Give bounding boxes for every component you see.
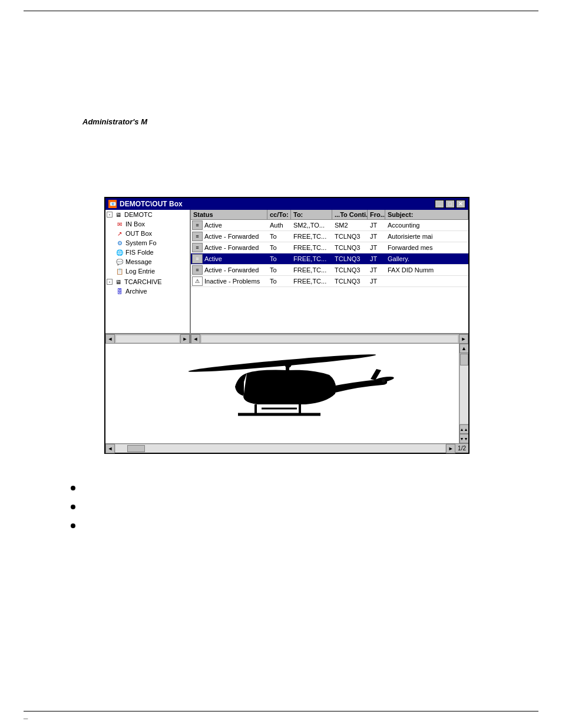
to-cell: FREE,TC... xyxy=(291,232,332,241)
ccto-cell: To xyxy=(267,255,291,263)
table-row[interactable]: ≡ Active - Forwarded To FREE,TC... TCLNQ… xyxy=(191,265,468,276)
status-cell: ≡ Active - Forwarded xyxy=(191,242,267,253)
window-title: DEMOTC\OUT Box xyxy=(120,200,183,208)
header-subject: Subject: xyxy=(385,210,468,219)
table-row[interactable]: ≡ Active - Forwarded To FREE,TC... TCLNQ… xyxy=(191,231,468,242)
sidebar-item-fis[interactable]: 🌐 FIS Folde xyxy=(105,248,190,257)
sidebar-item-demotc[interactable]: - 🖥 DEMOTC xyxy=(105,210,190,219)
fis-icon: 🌐 xyxy=(115,248,124,256)
window-icon: 📧 xyxy=(108,200,117,208)
sidebar-scroll-track xyxy=(116,335,179,342)
system-icon: ⚙ xyxy=(115,239,124,247)
status-text: Active - Forwarded xyxy=(204,266,259,274)
main-window: 📧 DEMOTC\OUT Box _ □ ✕ - 🖥 DEMOTC ✉ xyxy=(104,197,470,454)
expand-tcarchive[interactable]: - xyxy=(107,279,113,285)
preview-scrollbar: ▲ ▲▲ ▼▼ xyxy=(459,344,468,443)
subject-cell: FAX DID Numm xyxy=(385,266,468,274)
main-scroll-track xyxy=(201,335,458,342)
from-cell: JT xyxy=(368,232,385,241)
page-indicator: 1/2 xyxy=(455,445,468,452)
main-hscroll: ◄ ► xyxy=(191,334,468,343)
ccto-cell: Auth xyxy=(267,221,291,229)
scroll-up-button[interactable]: ▲ xyxy=(459,344,469,353)
subject-cell: Gallery. xyxy=(385,255,468,263)
top-rule xyxy=(24,11,538,11)
to-cell: SM2,,TO... xyxy=(291,221,332,229)
message-list: ≡ Active Auth SM2,,TO... SM2 JT Accounti… xyxy=(191,220,468,333)
status-cell: ≡ Active - Forwarded xyxy=(191,265,267,275)
msg-status-icon: ≡ xyxy=(192,220,203,230)
from-cell: JT xyxy=(368,277,385,285)
title-left: 📧 DEMOTC\OUT Box xyxy=(108,200,183,208)
bullet-icon xyxy=(71,486,75,490)
preview-pane: ▲ ▲▲ ▼▼ xyxy=(105,343,468,443)
bullet-list xyxy=(71,483,562,528)
scroll-track xyxy=(460,354,468,424)
sidebar-scroll-right[interactable]: ► xyxy=(180,334,190,344)
header-tocont: ...To Conti... xyxy=(332,210,368,219)
minimize-button[interactable]: _ xyxy=(435,200,444,208)
status-text: Active xyxy=(204,255,222,262)
table-row[interactable]: ⚠ Inactive - Problems To FREE,TC... TCLN… xyxy=(191,276,468,287)
bottom-scrollbar: ◄ ► 1/2 xyxy=(105,443,468,453)
bullet-icon xyxy=(71,505,75,509)
msg-status-icon: ≡ xyxy=(192,265,203,275)
list-item xyxy=(71,521,562,528)
table-row[interactable]: ≡ Active To FREE,TC... TCLNQ3 JT Gallery… xyxy=(191,253,468,265)
table-row[interactable]: ≡ Active Auth SM2,,TO... SM2 JT Accounti… xyxy=(191,220,468,231)
to-cell: FREE,TC... xyxy=(291,277,332,285)
sidebar: - 🖥 DEMOTC ✉ IN Box ↗ OUT Box ⚙ System F… xyxy=(105,210,191,333)
helicopter-image xyxy=(170,353,394,435)
hscroll-left[interactable]: ◄ xyxy=(105,444,115,453)
message-pane: Status cc/To: To: ...To Conti... Fro... … xyxy=(191,210,468,333)
main-scroll-left[interactable]: ◄ xyxy=(191,334,200,344)
maximize-button[interactable]: □ xyxy=(445,200,455,208)
tocont-cell: TCLNQ3 xyxy=(332,266,368,274)
svg-point-4 xyxy=(382,379,385,383)
sidebar-item-system[interactable]: ⚙ System Fo xyxy=(105,238,190,248)
main-scroll-right[interactable]: ► xyxy=(459,334,468,344)
sidebar-scroll-left[interactable]: ◄ xyxy=(105,334,115,344)
ccto-cell: To xyxy=(267,243,291,252)
fis-label: FIS Folde xyxy=(125,249,154,256)
tcarchive-label: TCARCHIVE xyxy=(124,278,162,285)
window-controls: _ □ ✕ xyxy=(435,200,465,208)
subject-cell: Autorisierte mai xyxy=(385,232,468,241)
sidebar-hscroll: ◄ ► xyxy=(105,334,191,343)
inbox-label: IN Box xyxy=(125,220,145,228)
message-label: Message xyxy=(125,258,152,265)
status-text: Active xyxy=(204,222,222,229)
admin-text: Administrator's M xyxy=(82,117,562,126)
msg-status-icon: ≡ xyxy=(192,232,203,241)
sidebar-item-inbox[interactable]: ✉ IN Box xyxy=(105,219,190,229)
expand-demotc[interactable]: - xyxy=(107,212,113,218)
tcarchive-icon: 🖥 xyxy=(114,278,123,286)
msg-status-icon: ≡ xyxy=(192,243,203,252)
sidebar-item-message[interactable]: 💬 Message xyxy=(105,257,190,266)
tocont-cell: TCLNQ3 xyxy=(332,232,368,241)
close-button[interactable]: ✕ xyxy=(456,200,465,208)
header-status: Status xyxy=(191,210,267,219)
scroll-fast-down[interactable]: ▼▼ xyxy=(459,434,469,443)
sidebar-item-log[interactable]: 📋 Log Entrie xyxy=(105,266,190,276)
tocont-cell: SM2 xyxy=(332,221,368,229)
bottom-rule xyxy=(24,711,538,711)
tocont-cell: TCLNQ3 xyxy=(332,255,368,263)
subject-cell: Accounting xyxy=(385,221,468,229)
hscroll-right[interactable]: ► xyxy=(446,444,455,453)
header-ccto: cc/To: xyxy=(267,210,291,219)
sidebar-item-outbox[interactable]: ↗ OUT Box xyxy=(105,229,190,238)
bullet-icon xyxy=(71,523,75,528)
subject-cell: Forwarded mes xyxy=(385,243,468,252)
preview-content xyxy=(105,344,459,443)
header-to: To: xyxy=(291,210,332,219)
sidebar-item-tcarchive[interactable]: - 🖥 TCARCHIVE xyxy=(105,277,190,286)
hscroll-track xyxy=(115,444,445,453)
ccto-cell: To xyxy=(267,232,291,241)
hscroll-thumb xyxy=(127,445,145,452)
tocont-cell: TCLNQ3 xyxy=(332,243,368,252)
table-row[interactable]: ≡ Active - Forwarded To FREE,TC... TCLNQ… xyxy=(191,242,468,253)
status-cell: ≡ Active xyxy=(191,253,267,264)
scroll-fast-up[interactable]: ▲▲ xyxy=(459,424,469,434)
sidebar-item-archive[interactable]: 🗄 Archive xyxy=(105,286,190,296)
